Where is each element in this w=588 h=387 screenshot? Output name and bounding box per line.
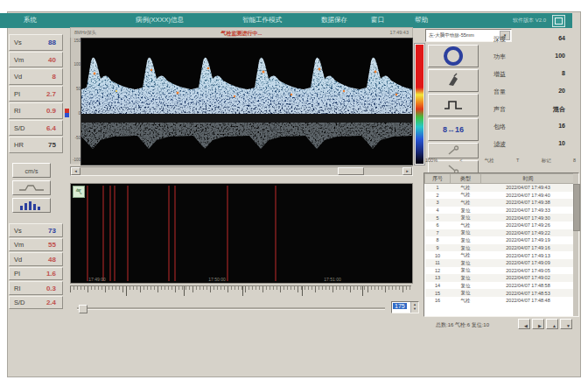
value-row-vs: Vs73 (9, 223, 63, 237)
vm-value: 40 (48, 55, 56, 63)
scroll-left-icon[interactable]: ◂ (71, 167, 80, 175)
pulse-mode-button[interactable] (428, 94, 479, 116)
baseline-marker-blue[interactable] (65, 113, 69, 117)
slider-track[interactable] (77, 307, 385, 310)
table-row[interactable]: 11复位2022/04/07 17:49:09 (425, 259, 576, 267)
big-tick (302, 286, 303, 296)
status-row: 100%<气栓T标记8 (425, 158, 576, 166)
depth-toggle-button[interactable]: 8↔16 (428, 118, 479, 141)
ri-value: 0.3 (46, 284, 56, 292)
table-row[interactable]: 7复位2022/04/07 17:49:22 (425, 229, 576, 237)
menu-item-save[interactable]: 数据保存 (321, 16, 347, 25)
slider-thumb[interactable] (79, 305, 88, 313)
table-scroll-thumb[interactable] (573, 184, 580, 231)
color-gradient (416, 45, 424, 164)
sd-label: S/D (14, 299, 25, 306)
pager-button[interactable]: ▼ (560, 319, 572, 329)
col-no[interactable]: 序号 (425, 174, 451, 184)
param-envelope: 包络16 (490, 122, 574, 134)
sd-value: 2.4 (46, 299, 56, 306)
param-label: 深度 (494, 35, 506, 44)
vd-value: 8 (52, 73, 56, 81)
value-row-ri: RI0.9 (9, 102, 63, 119)
table-row[interactable]: 13复位2022/04/07 17:49:02 (425, 274, 576, 282)
sweep-length-spinner[interactable]: 175 ▲▼ (391, 301, 419, 313)
spectrum-scrollbar[interactable]: ◂ ▸ (70, 166, 413, 176)
menu-item-patient[interactable]: 病例(XXXX)信息 (136, 16, 184, 25)
value-row-hr: HR75 (9, 137, 63, 153)
col-time[interactable]: 时间 (481, 174, 576, 184)
histogram-icon (18, 201, 41, 210)
table-row[interactable]: 4复位2022/04/07 17:49:33 (425, 207, 576, 215)
histogram-button[interactable] (12, 198, 51, 213)
big-tick (184, 286, 185, 296)
table-row[interactable]: 1气栓2022/04/07 17:49:43 (425, 184, 576, 192)
events-table-body: 1气栓2022/04/07 17:49:43 2气栓2022/04/07 17:… (425, 184, 576, 305)
table-row[interactable]: 6气栓2022/04/07 17:49:26 (425, 222, 576, 229)
color-scale-bar (414, 43, 425, 165)
scroll-right-icon[interactable]: ▸ (402, 167, 412, 175)
param-label: 音量 (494, 88, 506, 96)
param-value: 100 (555, 53, 565, 59)
spinner-value[interactable]: 175 (393, 303, 407, 309)
gain-knob-button[interactable] (428, 45, 479, 67)
table-row[interactable]: 5复位2022/04/07 17:49:30 (425, 214, 576, 222)
ytick: -100 (73, 158, 80, 162)
event-lines (71, 184, 412, 283)
value-row-vm: Vm55 (9, 238, 63, 252)
menu-item-help[interactable]: 帮助 (415, 16, 428, 25)
table-row[interactable]: 14复位2022/04/07 17:48:58 (425, 282, 576, 290)
pi-label: PI (14, 270, 20, 278)
event-trend-chart[interactable]: 气 17:49:00 17:50:00 17:51:00 (70, 183, 413, 284)
trend-legend-chip: 气 (73, 186, 85, 198)
pager-button[interactable]: ◀ (518, 319, 530, 329)
param-label: 声音 (494, 105, 506, 114)
table-row[interactable]: 12复位2022/04/07 17:49:05 (425, 267, 576, 275)
col-type[interactable]: 类型 (451, 174, 481, 184)
pi-label: PI (14, 89, 20, 97)
pager-button[interactable]: ▶ (532, 319, 544, 329)
spectrum-scroll-thumb[interactable] (338, 167, 364, 175)
vd-label: Vd (14, 255, 22, 263)
menu-item-mode[interactable]: 智能工作模式 (242, 16, 282, 25)
table-scrollbar[interactable] (573, 173, 578, 316)
spectrum-time: 17:49:43 (390, 30, 409, 35)
table-row[interactable]: 16气栓2022/04/07 17:48:48 (425, 297, 576, 305)
pager-button[interactable]: ▲ (546, 319, 558, 329)
sweep-display-button[interactable] (12, 180, 51, 195)
table-row[interactable]: 2气栓2022/04/07 17:49:40 (425, 192, 576, 200)
window-icon[interactable] (552, 15, 565, 27)
tool-button-1[interactable] (428, 143, 479, 158)
alarm-text: 气栓监测进行中... (220, 30, 262, 38)
probe-button[interactable] (428, 69, 479, 92)
value-row-vm: Vm40 (9, 52, 63, 68)
vm-value: 55 (48, 241, 56, 249)
time-ruler (70, 285, 411, 299)
spinner-arrows[interactable]: ▲▼ (410, 302, 418, 313)
major-ticks (70, 286, 411, 292)
value-row-vd: Vd48 (9, 252, 63, 266)
table-row[interactable]: 3气栓2022/04/07 17:49:38 (425, 199, 576, 207)
doppler-spectrogram[interactable] (80, 38, 413, 165)
param-power: 功率100 (490, 52, 574, 64)
table-row[interactable]: 10气栓2022/04/07 17:49:13 (425, 251, 576, 259)
timeline-slider[interactable] (77, 305, 385, 312)
version-text: 软件版本 V2.0 (513, 17, 546, 25)
pi-value: 1.6 (46, 270, 56, 278)
vd-value: 48 (48, 255, 56, 263)
param-value: 64 (558, 35, 565, 41)
table-row[interactable]: 8复位2022/04/07 17:49:19 (425, 236, 576, 244)
status-item: T (516, 158, 519, 166)
table-row[interactable]: 15复位2022/04/07 17:48:53 (425, 289, 576, 297)
unit-toggle-button[interactable]: cm/s (12, 163, 51, 178)
menu-item-system[interactable]: 系统 (24, 16, 37, 25)
sd-value: 6.4 (46, 123, 56, 131)
table-row[interactable]: 9复位2022/04/07 17:49:16 (425, 244, 576, 252)
table-header-row: 序号 类型 时间 (425, 174, 576, 184)
menu-item-window[interactable]: 窗口 (371, 16, 384, 25)
vs-value: 88 (48, 39, 56, 46)
spin-down-icon[interactable]: ▼ (413, 306, 416, 311)
vs-value: 73 (48, 226, 56, 234)
param-value: 16 (558, 123, 565, 129)
value-row-ri: RI0.3 (9, 281, 63, 295)
